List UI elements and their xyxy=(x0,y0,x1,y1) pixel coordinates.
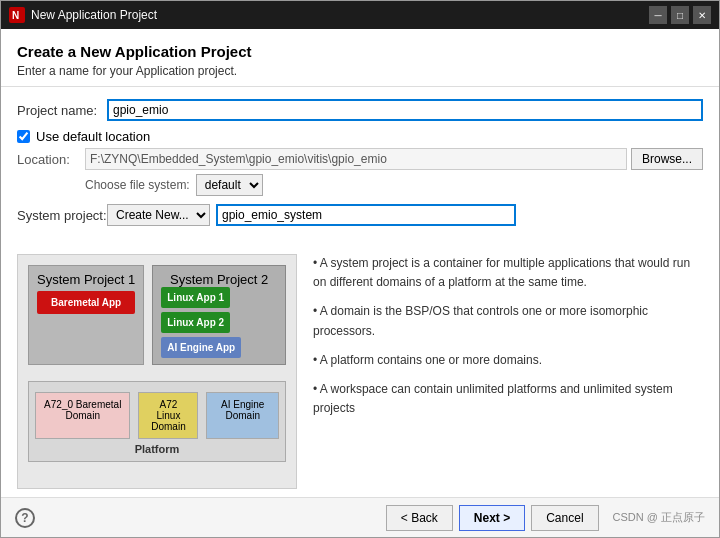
sp2-title: System Project 2 xyxy=(161,272,277,287)
ai-engine-domain-label: AI Engine Domain xyxy=(215,399,270,421)
filesystem-row: Choose file system: default xyxy=(17,174,703,196)
project-name-row: Project name: xyxy=(17,99,703,121)
close-button[interactable]: ✕ xyxy=(693,6,711,24)
window-content: Create a New Application Project Enter a… xyxy=(1,29,719,497)
diagram-container: System Project 1 Baremetal App System Pr… xyxy=(17,254,297,489)
title-bar: N New Application Project ─ □ ✕ xyxy=(1,1,719,29)
linux-app2-btn: Linux App 2 xyxy=(161,312,230,333)
form-section: Project name: Use default location Locat… xyxy=(1,87,719,246)
main-window: N New Application Project ─ □ ✕ Create a… xyxy=(0,0,720,538)
diagram-description-row: System Project 1 Baremetal App System Pr… xyxy=(1,246,719,497)
system-project-1-box: System Project 1 Baremetal App xyxy=(28,265,144,365)
footer: ? < Back Next > Cancel CSDN @ 正点原子 xyxy=(1,497,719,537)
use-default-location-label: Use default location xyxy=(36,129,150,144)
system-project-label: System project: xyxy=(17,208,107,223)
cancel-button[interactable]: Cancel xyxy=(531,505,598,531)
minimize-button[interactable]: ─ xyxy=(649,6,667,24)
location-row: Location: Browse... xyxy=(17,148,703,170)
description-bullet3: • A platform contains one or more domain… xyxy=(313,351,703,370)
ai-engine-app-btn: AI Engine App xyxy=(161,337,241,358)
window-controls: ─ □ ✕ xyxy=(649,6,711,24)
footer-right: < Back Next > Cancel CSDN @ 正点原子 xyxy=(386,505,705,531)
system-project-row: System project: Create New... xyxy=(17,204,703,226)
maximize-button[interactable]: □ xyxy=(671,6,689,24)
location-label: Location: xyxy=(17,152,85,167)
header-section: Create a New Application Project Enter a… xyxy=(1,29,719,87)
ai-engine-domain: AI Engine Domain xyxy=(206,392,279,439)
baremetal-app-btn: Baremetal App xyxy=(37,291,135,314)
system-project-name-input[interactable] xyxy=(216,204,516,226)
platform-section: A72_0 Baremetal Domain A72 Linux Domain … xyxy=(28,381,286,462)
description-container: • A system project is a container for mu… xyxy=(313,254,703,489)
next-button[interactable]: Next > xyxy=(459,505,525,531)
help-icon[interactable]: ? xyxy=(15,508,35,528)
back-button[interactable]: < Back xyxy=(386,505,453,531)
description-bullet4: • A workspace can contain unlimited plat… xyxy=(313,380,703,418)
description-bullet2: • A domain is the BSP/OS that controls o… xyxy=(313,302,703,340)
filesystem-label: Choose file system: xyxy=(85,178,190,192)
svg-text:N: N xyxy=(12,10,19,21)
page-title: Create a New Application Project xyxy=(17,43,703,60)
footer-left: ? xyxy=(15,508,35,528)
browse-button[interactable]: Browse... xyxy=(631,148,703,170)
window-title: New Application Project xyxy=(31,8,649,22)
filesystem-select[interactable]: default xyxy=(196,174,263,196)
system-project-dropdown[interactable]: Create New... xyxy=(107,204,210,226)
location-input[interactable] xyxy=(85,148,627,170)
a72-domain-label: A72_0 Baremetal Domain xyxy=(44,399,121,421)
description-bullet1: • A system project is a container for mu… xyxy=(313,254,703,292)
platform-label: Platform xyxy=(35,443,279,455)
sp2-apps: Linux App 1 Linux App 2 AI Engine App xyxy=(161,287,277,358)
project-name-label: Project name: xyxy=(17,103,107,118)
linux-app1-btn: Linux App 1 xyxy=(161,287,230,308)
a72-baremetal-domain: A72_0 Baremetal Domain xyxy=(35,392,130,439)
project-name-input[interactable] xyxy=(107,99,703,121)
sp1-title: System Project 1 xyxy=(37,272,135,287)
top-projects: System Project 1 Baremetal App System Pr… xyxy=(28,265,286,365)
system-project-2-box: System Project 2 Linux App 1 Linux App 2… xyxy=(152,265,286,365)
use-default-location-row: Use default location xyxy=(17,129,703,144)
page-subtitle: Enter a name for your Application projec… xyxy=(17,64,703,78)
use-default-location-checkbox[interactable] xyxy=(17,130,30,143)
app-icon: N xyxy=(9,7,25,23)
watermark: CSDN @ 正点原子 xyxy=(613,510,705,525)
a72-linux-domain-label: A72 Linux Domain xyxy=(147,399,189,432)
a72-linux-domain: A72 Linux Domain xyxy=(138,392,198,439)
domain-row: A72_0 Baremetal Domain A72 Linux Domain … xyxy=(35,392,279,439)
